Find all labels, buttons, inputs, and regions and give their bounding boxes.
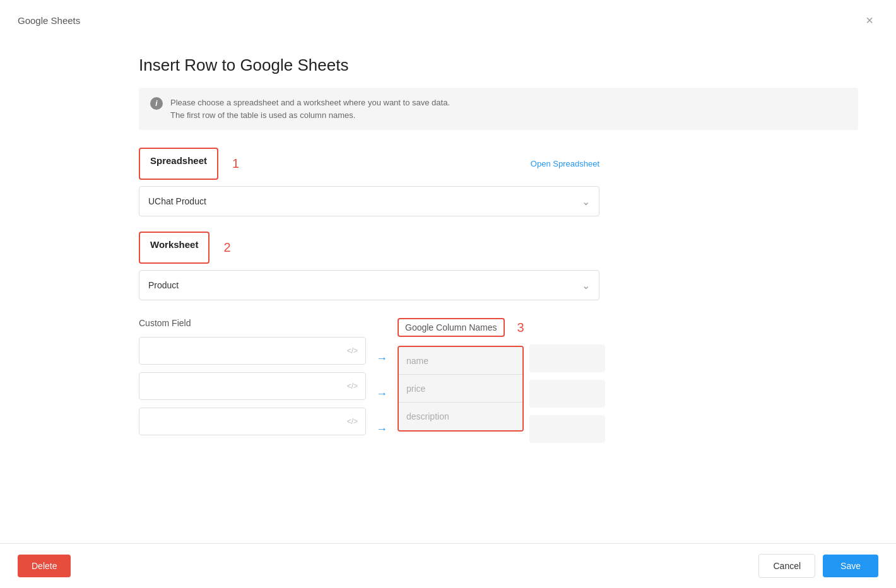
google-column-step: 3 — [517, 320, 524, 335]
cancel-button[interactable]: Cancel — [758, 554, 815, 578]
google-col-price: price — [399, 375, 522, 403]
fields-section: Custom Field </> </> </> — [139, 318, 858, 450]
dialog-body: Insert Row to Google Sheets i Please cho… — [0, 37, 896, 543]
google-col-name: name — [399, 347, 522, 375]
google-column-names-label: Google Column Names — [405, 322, 497, 332]
spreadsheet-step: 1 — [232, 156, 239, 171]
code-icon-3: </> — [347, 417, 358, 426]
chevron-down-icon: ⌄ — [582, 196, 590, 208]
info-text: Please choose a spreadsheet and a worksh… — [170, 97, 450, 121]
custom-field-input-1[interactable]: </> — [139, 337, 366, 365]
delete-button[interactable]: Delete — [18, 555, 71, 577]
page-title: Insert Row to Google Sheets — [139, 56, 858, 75]
info-icon: i — [150, 97, 163, 110]
save-button[interactable]: Save — [823, 555, 878, 577]
custom-field-row-1: </> — [139, 337, 366, 365]
footer-right: Cancel Save — [758, 554, 878, 578]
custom-field-input-3[interactable]: </> — [139, 408, 366, 435]
custom-field-input-2[interactable]: </> — [139, 372, 366, 400]
dialog-container: Google Sheets × Insert Row to Google She… — [0, 0, 896, 588]
spreadsheet-section: Spreadsheet 1 Open Spreadsheet UChat Pro… — [139, 148, 858, 216]
worksheet-section: Worksheet 2 Product ⌄ — [139, 232, 858, 300]
extra-col-3 — [529, 415, 605, 443]
extra-col-1 — [529, 344, 605, 372]
custom-field-row-3: </> — [139, 408, 366, 435]
code-icon-1: </> — [347, 346, 358, 355]
worksheet-step: 2 — [223, 240, 230, 255]
close-button[interactable]: × — [861, 11, 878, 29]
app-title: Google Sheets — [18, 15, 80, 26]
worksheet-dropdown[interactable]: Product ⌄ — [139, 270, 599, 300]
arrow-right-icon-2: → — [376, 387, 387, 401]
arrow-right-icon-1: → — [376, 352, 387, 365]
google-column-names-box: name price description — [398, 346, 524, 432]
open-spreadsheet-link[interactable]: Open Spreadsheet — [531, 159, 599, 168]
custom-field-label: Custom Field — [139, 318, 366, 328]
arrow-2: → — [366, 380, 398, 408]
chevron-down-icon: ⌄ — [582, 279, 590, 291]
arrow-3: → — [366, 415, 398, 443]
arrow-1: → — [366, 344, 398, 372]
arrow-right-icon-3: → — [376, 423, 387, 436]
google-col-description: description — [399, 403, 522, 430]
extra-col-2 — [529, 380, 605, 408]
custom-field-row-2: </> — [139, 372, 366, 400]
dialog-header: Google Sheets × — [0, 0, 896, 37]
worksheet-label: Worksheet — [150, 239, 198, 250]
dialog-footer: Delete Cancel Save — [0, 543, 896, 588]
spreadsheet-label: Spreadsheet — [150, 155, 207, 166]
code-icon-2: </> — [347, 382, 358, 391]
spreadsheet-dropdown[interactable]: UChat Product ⌄ — [139, 186, 599, 216]
info-banner: i Please choose a spreadsheet and a work… — [139, 88, 858, 130]
